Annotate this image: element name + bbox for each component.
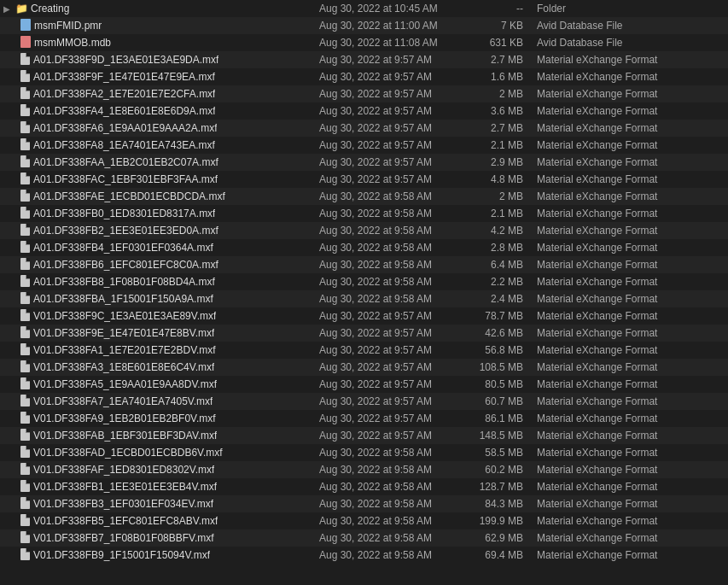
file-icon xyxy=(20,497,30,512)
date-modified-cell: Aug 30, 2022 at 9:57 AM xyxy=(319,412,469,424)
file-kind-cell: Material eXchange Format xyxy=(537,122,725,134)
file-icon xyxy=(20,275,30,290)
list-item[interactable]: V01.DF338F9E_1E47E01E47E8BV.mxfAug 30, 2… xyxy=(0,325,728,342)
file-kind-cell: Material eXchange Format xyxy=(537,515,725,527)
file-name-cell: V01.DF338FB3_1EF0301EF034EV.mxf xyxy=(3,497,319,512)
file-size-cell: 3.6 MB xyxy=(469,105,537,117)
date-modified-cell: Aug 30, 2022 at 9:57 AM xyxy=(319,54,469,66)
list-item[interactable]: A01.DF338FB8_1F08B01F08BD4A.mxfAug 30, 2… xyxy=(0,273,728,290)
list-item[interactable]: ▶📁CreatingAug 30, 2022 at 10:45 AM--Fold… xyxy=(0,0,728,17)
list-item[interactable]: A01.DF338FBA_1F15001F150A9A.mxfAug 30, 2… xyxy=(0,290,728,307)
file-icon xyxy=(20,412,30,426)
list-item[interactable]: A01.DF338FB6_1EFC801EFC8C0A.mxfAug 30, 2… xyxy=(0,256,728,273)
filename-label: A01.DF338FA6_1E9AA01E9AAA2A.mxf xyxy=(33,122,217,134)
filename-label: msmMMOB.mdb xyxy=(34,37,111,49)
file-icon xyxy=(20,70,30,85)
file-kind-cell: Material eXchange Format xyxy=(537,293,725,305)
file-kind-cell: Material eXchange Format xyxy=(537,105,725,117)
file-kind-cell: Material eXchange Format xyxy=(537,88,725,100)
list-item[interactable]: A01.DF338FAE_1ECBD01ECBDCDA.mxfAug 30, 2… xyxy=(0,188,728,205)
list-item[interactable]: A01.DF338FA6_1E9AA01E9AAA2A.mxfAug 30, 2… xyxy=(0,120,728,137)
file-icon xyxy=(20,309,30,324)
list-item[interactable]: V01.DF338FA1_1E7E201E7E2BDV.mxfAug 30, 2… xyxy=(0,342,728,359)
filename-label: V01.DF338FB1_1EE3E01EE3EB4V.mxf xyxy=(33,481,217,493)
file-icon xyxy=(20,241,30,255)
list-item[interactable]: V01.DF338FA9_1EB2B01EB2BF0V.mxfAug 30, 2… xyxy=(0,410,728,427)
list-item[interactable]: A01.DF338FAC_1EBF301EBF3FAA.mxfAug 30, 2… xyxy=(0,171,728,188)
file-icon xyxy=(20,207,30,221)
file-size-cell: 2 MB xyxy=(469,190,537,202)
file-kind-cell: Material eXchange Format xyxy=(537,412,725,424)
file-name-cell: V01.DF338FA7_1EA7401EA7405V.mxf xyxy=(3,395,319,409)
date-modified-cell: Aug 30, 2022 at 9:57 AM xyxy=(319,173,469,185)
file-icon xyxy=(20,480,30,494)
file-kind-cell: Material eXchange Format xyxy=(537,54,725,66)
file-kind-cell: Material eXchange Format xyxy=(537,173,725,185)
file-name-cell: A01.DF338FB4_1EF0301EF0364A.mxf xyxy=(3,241,319,255)
list-item[interactable]: V01.DF338FB3_1EF0301EF034EV.mxfAug 30, 2… xyxy=(0,495,728,512)
list-item[interactable]: V01.DF338FAB_1EBF301EBF3DAV.mxfAug 30, 2… xyxy=(0,427,728,444)
list-item[interactable]: V01.DF338FB1_1EE3E01EE3EB4V.mxfAug 30, 2… xyxy=(0,478,728,495)
list-item[interactable]: V01.DF338FA3_1E8E601E8E6C4V.mxfAug 30, 2… xyxy=(0,359,728,376)
file-size-cell: 199.9 MB xyxy=(469,515,537,527)
file-size-cell: 78.7 MB xyxy=(469,310,537,322)
file-size-cell: 60.2 MB xyxy=(469,464,537,476)
file-name-cell: V01.DF338F9C_1E3AE01E3AE89V.mxf xyxy=(3,309,319,324)
file-size-cell: 86.1 MB xyxy=(469,412,537,424)
list-item[interactable]: A01.DF338F9F_1E47E01E47E9EA.mxfAug 30, 2… xyxy=(0,68,728,85)
file-size-cell: 69.4 MB xyxy=(469,549,537,561)
list-item[interactable]: V01.DF338FAD_1ECBD01ECBDB6V.mxfAug 30, 2… xyxy=(0,444,728,461)
list-item[interactable]: A01.DF338F9D_1E3AE01E3AE9DA.mxfAug 30, 2… xyxy=(0,51,728,68)
file-icon xyxy=(20,395,30,409)
file-size-cell: -- xyxy=(469,3,537,15)
list-item[interactable]: A01.DF338FB0_1ED8301ED8317A.mxfAug 30, 2… xyxy=(0,205,728,222)
filename-label: A01.DF338FA8_1EA7401EA743EA.mxf xyxy=(33,139,215,151)
file-kind-cell: Material eXchange Format xyxy=(537,139,725,151)
file-name-cell: V01.DF338FAD_1ECBD01ECBDB6V.mxf xyxy=(3,446,319,460)
filename-label: A01.DF338FAC_1EBF301EBF3FAA.mxf xyxy=(33,173,218,185)
file-kind-cell: Material eXchange Format xyxy=(537,276,725,288)
list-item[interactable]: V01.DF338FA7_1EA7401EA7405V.mxfAug 30, 2… xyxy=(0,393,728,410)
file-kind-cell: Material eXchange Format xyxy=(537,190,725,202)
list-item[interactable]: V01.DF338FA5_1E9AA01E9AA8DV.mxfAug 30, 2… xyxy=(0,376,728,393)
file-name-cell: V01.DF338FAF_1ED8301ED8302V.mxf xyxy=(3,463,319,477)
date-modified-cell: Aug 30, 2022 at 9:58 AM xyxy=(319,447,469,459)
list-item[interactable]: A01.DF338FA2_1E7E201E7E2CFA.mxfAug 30, 2… xyxy=(0,85,728,102)
file-kind-cell: Avid Database File xyxy=(537,20,725,32)
list-item[interactable]: V01.DF338FB5_1EFC801EFC8ABV.mxfAug 30, 2… xyxy=(0,512,728,529)
file-size-cell: 2.7 MB xyxy=(469,122,537,134)
list-item[interactable]: A01.DF338FA4_1E8E601E8E6D9A.mxfAug 30, 2… xyxy=(0,102,728,120)
date-modified-cell: Aug 30, 2022 at 9:57 AM xyxy=(319,310,469,322)
list-item[interactable]: msmMMOB.mdbAug 30, 2022 at 11:08 AM631 K… xyxy=(0,34,728,51)
list-item[interactable]: A01.DF338FB2_1EE3E01EE3ED0A.mxfAug 30, 2… xyxy=(0,222,728,239)
file-name-cell: V01.DF338FB7_1F08B01F08BBFV.mxf xyxy=(3,531,319,546)
file-size-cell: 56.8 MB xyxy=(469,344,537,356)
list-item[interactable]: msmFMID.pmrAug 30, 2022 at 11:00 AM7 KBA… xyxy=(0,17,728,34)
filename-label: A01.DF338FAA_1EB2C01EB2C07A.mxf xyxy=(33,156,218,168)
file-size-cell: 2.1 MB xyxy=(469,208,537,219)
file-name-cell: A01.DF338FA4_1E8E601E8E6D9A.mxf xyxy=(3,104,319,119)
list-item[interactable]: A01.DF338FA8_1EA7401EA743EA.mxfAug 30, 2… xyxy=(0,137,728,154)
list-item[interactable]: V01.DF338FB9_1F15001F15094V.mxfAug 30, 2… xyxy=(0,547,728,564)
file-size-cell: 4.8 MB xyxy=(469,173,537,185)
file-name-cell: msmFMID.pmr xyxy=(3,19,319,33)
chevron-icon[interactable]: ▶ xyxy=(3,4,10,14)
file-icon xyxy=(20,429,30,443)
filename-label: V01.DF338FAF_1ED8301ED8302V.mxf xyxy=(33,464,214,476)
list-item[interactable]: A01.DF338FB4_1EF0301EF0364A.mxfAug 30, 2… xyxy=(0,239,728,256)
file-kind-cell: Material eXchange Format xyxy=(537,464,725,476)
date-modified-cell: Aug 30, 2022 at 9:57 AM xyxy=(319,88,469,100)
list-item[interactable]: V01.DF338FB7_1F08B01F08BBFV.mxfAug 30, 2… xyxy=(0,529,728,547)
file-icon xyxy=(20,377,30,392)
date-modified-cell: Aug 30, 2022 at 9:57 AM xyxy=(319,71,469,83)
file-kind-cell: Material eXchange Format xyxy=(537,498,725,510)
list-item[interactable]: V01.DF338F9C_1E3AE01E3AE89V.mxfAug 30, 2… xyxy=(0,307,728,325)
file-size-cell: 128.7 MB xyxy=(469,481,537,493)
list-item[interactable]: A01.DF338FAA_1EB2C01EB2C07A.mxfAug 30, 2… xyxy=(0,154,728,171)
list-item[interactable]: V01.DF338FAF_1ED8301ED8302V.mxfAug 30, 2… xyxy=(0,461,728,478)
filename-label: A01.DF338F9D_1E3AE01E3AE9DA.mxf xyxy=(33,54,218,66)
filename-label: V01.DF338FB9_1F15001F15094V.mxf xyxy=(33,549,210,561)
date-modified-cell: Aug 30, 2022 at 11:00 AM xyxy=(319,20,469,32)
file-kind-cell: Material eXchange Format xyxy=(537,310,725,322)
date-modified-cell: Aug 30, 2022 at 9:57 AM xyxy=(319,139,469,151)
